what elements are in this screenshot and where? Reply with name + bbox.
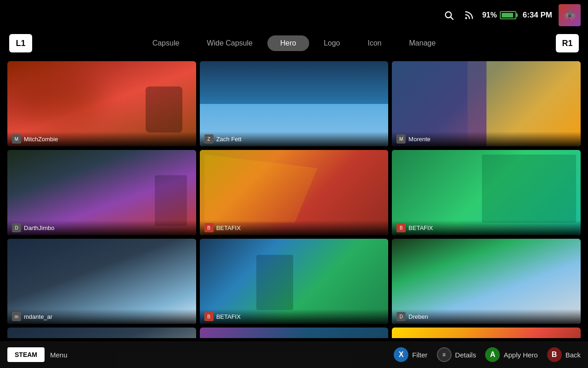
card-author: BETAFIX (216, 224, 241, 231)
tab-manage[interactable]: Manage (396, 35, 449, 51)
card-item[interactable]: Z Zach Fett (200, 61, 389, 146)
card-item[interactable]: M Morente (392, 61, 581, 146)
steam-button[interactable]: STEAM (7, 347, 45, 362)
top-bar: 91% 6:34 PM 🕷️ (0, 0, 588, 30)
avatar[interactable]: 🕷️ (559, 4, 581, 26)
card-item[interactable] (7, 328, 196, 338)
battery-percentage: 91% (482, 11, 497, 19)
card-label: B BETAFIX (200, 220, 389, 235)
card-avatar: B (204, 223, 214, 232)
card-item[interactable]: B BETAFIX (200, 150, 389, 235)
tab-hero[interactable]: Hero (267, 35, 309, 51)
card-thumbnail (392, 328, 581, 338)
menu-button[interactable]: ≡ (437, 347, 452, 362)
card-author: BETAFIX (408, 224, 433, 231)
tab-logo[interactable]: Logo (311, 35, 353, 51)
card-author: Zach Fett (216, 136, 242, 143)
rss-icon[interactable] (462, 8, 476, 22)
card-item[interactable]: B BETAFIX (200, 239, 389, 324)
battery-area: 91% (482, 11, 516, 19)
card-item[interactable] (200, 328, 389, 338)
card-item[interactable]: B BETAFIX (392, 150, 581, 235)
card-avatar: M (396, 134, 406, 144)
card-avatar: B (396, 223, 406, 232)
card-thumbnail (7, 328, 196, 338)
card-label: D Dreben (392, 309, 581, 324)
nav-tabs: Capsule Wide Capsule Hero Logo Icon Mana… (140, 35, 449, 51)
menu-label[interactable]: Menu (50, 351, 68, 359)
card-avatar: m (12, 312, 21, 321)
back-action[interactable]: B Back (547, 347, 581, 362)
card-thumbnail (200, 328, 389, 338)
card-label: M Morente (392, 132, 581, 146)
tab-capsule[interactable]: Capsule (140, 35, 192, 51)
bottom-bar: STEAM Menu X Filter ≡ Details A Apply He… (0, 341, 588, 368)
tab-icon[interactable]: Icon (355, 35, 394, 51)
back-label: Back (565, 351, 581, 359)
details-label: Details (455, 351, 476, 359)
l1-button[interactable]: L1 (9, 34, 32, 52)
card-avatar: Z (204, 134, 214, 144)
card-label: B BETAFIX (392, 220, 581, 235)
card-item[interactable]: M MitchZombie (7, 61, 196, 146)
filter-label: Filter (412, 351, 427, 359)
tab-wide-capsule[interactable]: Wide Capsule (194, 35, 266, 51)
card-label: Z Zach Fett (200, 132, 389, 146)
card-author: MitchZombie (24, 136, 58, 143)
card-label: M MitchZombie (7, 132, 196, 146)
b-button[interactable]: B (547, 347, 562, 362)
card-author: BETAFIX (216, 313, 241, 320)
svg-line-1 (451, 17, 453, 19)
card-label: D DarthJimbo (7, 220, 196, 235)
card-author: Dreben (408, 313, 428, 320)
card-avatar: B (204, 312, 214, 321)
card-avatar: D (12, 223, 21, 232)
filter-action[interactable]: X Filter (394, 347, 427, 362)
nav-bar: L1 Capsule Wide Capsule Hero Logo Icon M… (0, 30, 588, 57)
artwork-grid: M MitchZombie Z Zach Fett M Morente (7, 61, 581, 338)
search-icon[interactable] (442, 8, 456, 22)
details-action[interactable]: ≡ Details (437, 347, 476, 362)
clock: 6:34 PM (523, 11, 552, 20)
card-label: B BETAFIX (200, 309, 389, 324)
card-author: mdante_ar (24, 313, 52, 320)
a-button[interactable]: A (485, 347, 500, 362)
svg-point-2 (465, 17, 466, 18)
card-item[interactable]: m mdante_ar (7, 239, 196, 324)
card-author: DarthJimbo (24, 224, 54, 231)
apply-hero-label: Apply Hero (503, 351, 537, 359)
card-label: m mdante_ar (7, 309, 196, 324)
content-area: M MitchZombie Z Zach Fett M Morente (0, 57, 588, 338)
card-item[interactable]: D Dreben (392, 239, 581, 324)
card-avatar: M (12, 134, 21, 144)
card-item[interactable] (392, 328, 581, 338)
battery-icon (500, 11, 516, 19)
card-avatar: D (396, 312, 406, 321)
card-item[interactable]: D DarthJimbo (7, 150, 196, 235)
card-author: Morente (408, 136, 430, 143)
x-button[interactable]: X (394, 347, 408, 362)
r1-button[interactable]: R1 (556, 34, 579, 52)
apply-hero-action[interactable]: A Apply Hero (485, 347, 537, 362)
